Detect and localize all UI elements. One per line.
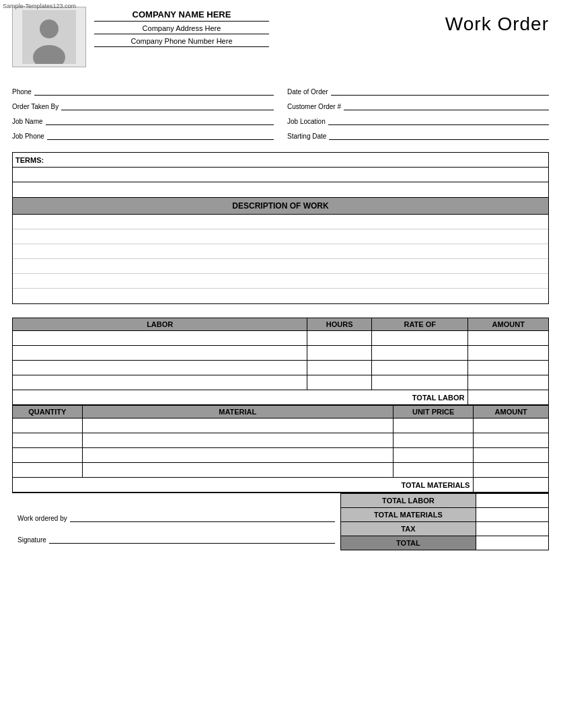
labor-amount-4[interactable] (468, 375, 549, 390)
material-col-header: MATERIAL (82, 406, 393, 418)
phone-label: Phone (12, 88, 32, 96)
header-section: COMPANY NAME HERE Company Address Here C… (12, 7, 549, 67)
labor-hours-4[interactable] (307, 375, 372, 390)
signature-row: Signature (17, 534, 335, 544)
mat-amount-4[interactable] (474, 463, 549, 478)
labor-desc-1[interactable] (13, 331, 307, 346)
desc-row-1 (13, 215, 548, 229)
date-of-order-input[interactable] (331, 86, 549, 96)
labor-hours-2[interactable] (307, 346, 372, 361)
total-materials-row: TOTAL MATERIALS (13, 478, 549, 493)
labor-hours-3[interactable] (307, 361, 372, 375)
desc-row-6 (13, 289, 548, 303)
order-taken-by-input[interactable] (61, 101, 274, 110)
page-title: Work Order (445, 13, 549, 35)
summary-total-value[interactable] (476, 536, 548, 550)
summary-total-label: TOTAL (341, 536, 476, 550)
labor-row-1 (13, 331, 549, 346)
desc-row-3 (13, 244, 548, 259)
mat-price-3[interactable] (393, 448, 474, 463)
starting-date-input[interactable] (329, 131, 549, 140)
summary-tax-value[interactable] (476, 522, 548, 536)
quantity-col-header: QUANTITY (13, 406, 83, 418)
mat-qty-4[interactable] (13, 463, 83, 478)
company-phone: Company Phone Number Here (94, 37, 269, 47)
job-location-input[interactable] (328, 116, 549, 125)
signature-label: Signature (17, 536, 46, 544)
work-ordered-by-row: Work ordered by (17, 513, 335, 522)
work-ordered-by-label: Work ordered by (17, 515, 67, 522)
mat-qty-2[interactable] (13, 433, 83, 448)
hours-col-header: HOURS (307, 318, 372, 331)
labor-desc-3[interactable] (13, 361, 307, 375)
material-table: QUANTITY MATERIAL UNIT PRICE AMOUNT (12, 405, 549, 493)
field-phone: Phone (12, 86, 274, 96)
total-materials-value[interactable] (474, 478, 549, 493)
summary-tax-label: TAX (341, 522, 476, 536)
summary-left: Work ordered by Signature (12, 493, 340, 550)
mat-desc-1[interactable] (82, 418, 393, 433)
mat-amount-3[interactable] (474, 448, 549, 463)
summary-total-row: TOTAL (341, 536, 549, 550)
mat-amount-2[interactable] (474, 433, 549, 448)
form-fields-section: Phone Date of Order Order Taken By Custo… (12, 86, 549, 140)
desc-row-4 (13, 259, 548, 274)
mat-desc-3[interactable] (82, 448, 393, 463)
material-row-2 (13, 433, 549, 448)
material-row-4 (13, 463, 549, 478)
signature-input[interactable] (49, 534, 335, 544)
summary-total-labor-value[interactable] (476, 494, 548, 508)
mat-price-1[interactable] (393, 418, 474, 433)
mat-qty-3[interactable] (13, 448, 83, 463)
labor-desc-4[interactable] (13, 375, 307, 390)
labor-row-3 (13, 361, 549, 375)
field-job-phone: Job Phone (12, 131, 274, 140)
summary-total-materials-label: TOTAL MATERIALS (341, 508, 476, 522)
mat-desc-2[interactable] (82, 433, 393, 448)
job-name-input[interactable] (46, 116, 274, 125)
order-taken-by-label: Order Taken By (12, 103, 59, 110)
labor-amount-col-header: AMOUNT (468, 318, 549, 331)
phone-input[interactable] (34, 86, 274, 96)
mat-amount-1[interactable] (474, 418, 549, 433)
labor-amount-1[interactable] (468, 331, 549, 346)
labor-amount-2[interactable] (468, 346, 549, 361)
labor-rate-3[interactable] (371, 361, 468, 375)
labor-rate-1[interactable] (371, 331, 468, 346)
labor-row-2 (13, 346, 549, 361)
labor-rate-2[interactable] (371, 346, 468, 361)
job-phone-label: Job Phone (12, 133, 44, 140)
labor-amount-3[interactable] (468, 361, 549, 375)
total-labor-value[interactable] (468, 390, 549, 405)
mat-desc-4[interactable] (82, 463, 393, 478)
labor-hours-1[interactable] (307, 331, 372, 346)
summary-total-materials-value[interactable] (476, 508, 548, 522)
terms-header-row: TERMS: (13, 153, 548, 168)
labor-desc-2[interactable] (13, 346, 307, 361)
field-job-name: Job Name (12, 116, 274, 125)
material-row-3 (13, 448, 549, 463)
company-address: Company Address Here (94, 24, 269, 34)
customer-order-input[interactable] (344, 101, 549, 110)
total-labor-row: TOTAL LABOR (13, 390, 549, 405)
summary-section: Work ordered by Signature TOTAL LABOR TO… (12, 493, 549, 550)
labor-rate-4[interactable] (371, 375, 468, 390)
customer-order-label: Customer Order # (287, 103, 341, 110)
work-ordered-by-input[interactable] (70, 513, 335, 522)
mat-qty-1[interactable] (13, 418, 83, 433)
mat-price-4[interactable] (393, 463, 474, 478)
field-order-taken-by: Order Taken By (12, 101, 274, 110)
material-row-1 (13, 418, 549, 433)
title-area: Work Order (445, 7, 549, 35)
summary-total-materials-row: TOTAL MATERIALS (341, 508, 549, 522)
summary-right: TOTAL LABOR TOTAL MATERIALS TAX TOTAL (340, 493, 549, 550)
company-name: COMPANY NAME HERE (94, 9, 269, 22)
summary-total-labor-label: TOTAL LABOR (341, 494, 476, 508)
description-header: DESCRIPTION OF WORK (12, 198, 549, 215)
summary-total-labor-row: TOTAL LABOR (341, 494, 549, 508)
mat-price-2[interactable] (393, 433, 474, 448)
job-phone-input[interactable] (47, 131, 274, 140)
labor-col-header: LABOR (13, 318, 307, 331)
summary-table: TOTAL LABOR TOTAL MATERIALS TAX TOTAL (340, 493, 549, 550)
terms-section: TERMS: (12, 152, 549, 198)
